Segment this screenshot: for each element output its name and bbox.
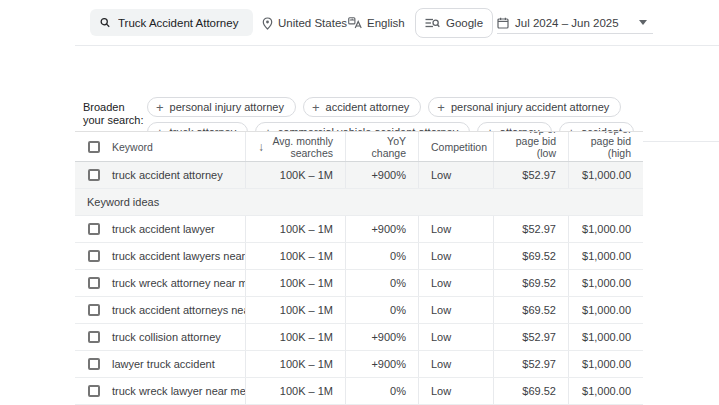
- yoy-change-cell: 0%: [345, 378, 418, 404]
- search-input[interactable]: [118, 17, 243, 29]
- bid-high-cell: $1,000.00: [568, 270, 643, 296]
- language-label: English: [367, 17, 405, 29]
- row-checkbox[interactable]: [88, 331, 100, 343]
- keyword-planner-page: United States English Google: [0, 0, 719, 405]
- bid-high-cell: $1,000.00: [568, 243, 643, 269]
- row-checkbox-cell: [75, 162, 100, 188]
- header-bid-high[interactable]: Top of page bid (high range): [568, 132, 643, 161]
- row-checkbox-cell: [75, 297, 100, 323]
- bid-low-cell: $69.52: [493, 297, 568, 323]
- location-pin-icon: [262, 17, 273, 30]
- competition-cell: Low: [418, 243, 493, 269]
- table-row[interactable]: truck accident lawyers near me100K – 1M0…: [75, 243, 643, 270]
- row-checkbox[interactable]: [88, 304, 100, 316]
- row-checkbox-cell: [75, 270, 100, 296]
- row-checkbox-cell: [75, 351, 100, 377]
- row-checkbox-cell: [75, 378, 100, 404]
- sort-desc-icon[interactable]: ↓: [258, 141, 264, 153]
- competition-cell: Low: [418, 297, 493, 323]
- avg-monthly-searches-cell: 100K – 1M: [245, 378, 345, 404]
- keyword-cell: truck wreck lawyer near me: [100, 378, 245, 404]
- table-row[interactable]: truck accident attorney100K – 1M+900%Low…: [75, 162, 643, 189]
- yoy-change-cell: 0%: [345, 270, 418, 296]
- competition-cell: Low: [418, 270, 493, 296]
- row-checkbox-cell: [75, 216, 100, 242]
- yoy-change-cell: 0%: [345, 243, 418, 269]
- avg-monthly-searches-cell: 100K – 1M: [245, 351, 345, 377]
- network-label: Google: [446, 17, 483, 29]
- keyword-cell: truck collision attorney: [100, 324, 245, 350]
- bid-high-cell: $1,000.00: [568, 351, 643, 377]
- table-row[interactable]: truck wreck lawyer near me100K – 1M0%Low…: [75, 378, 643, 405]
- avg-monthly-searches-cell: 100K – 1M: [245, 216, 345, 242]
- avg-monthly-searches-cell: 100K – 1M: [245, 270, 345, 296]
- header-avg-monthly-searches[interactable]: ↓ Avg. monthly searches: [245, 132, 345, 161]
- bid-low-cell: $69.52: [493, 243, 568, 269]
- header-yoy-change[interactable]: YoY change: [345, 132, 418, 161]
- row-checkbox[interactable]: [88, 358, 100, 370]
- header-keyword[interactable]: Keyword: [100, 132, 245, 161]
- row-checkbox[interactable]: [88, 223, 100, 235]
- bid-low-cell: $69.52: [493, 270, 568, 296]
- row-checkbox[interactable]: [88, 277, 100, 289]
- bid-low-cell: $52.97: [493, 351, 568, 377]
- avg-monthly-searches-cell: 100K – 1M: [245, 162, 345, 188]
- keyword-cell: truck wreck attorney near me: [100, 270, 245, 296]
- location-label: United States: [278, 17, 347, 29]
- keyword-cell: truck accident lawyers near me: [100, 243, 245, 269]
- row-checkbox-cell: [75, 243, 100, 269]
- bid-high-cell: $1,000.00: [568, 378, 643, 404]
- competition-cell: Low: [418, 162, 493, 188]
- avg-monthly-searches-cell: 100K – 1M: [245, 243, 345, 269]
- yoy-change-cell: +900%: [345, 216, 418, 242]
- keyword-cell: truck accident attorneys near me: [100, 297, 245, 323]
- row-checkbox[interactable]: [88, 169, 100, 181]
- header-bid-low[interactable]: Top of page bid (low range): [493, 132, 568, 161]
- competition-cell: Low: [418, 351, 493, 377]
- table-body: truck accident attorney100K – 1M+900%Low…: [75, 162, 643, 405]
- language-selector[interactable]: English: [348, 0, 405, 46]
- yoy-change-cell: +900%: [345, 324, 418, 350]
- date-range-selector[interactable]: Jul 2024 – Jun 2025: [497, 12, 653, 34]
- avg-monthly-searches-cell: 100K – 1M: [245, 297, 345, 323]
- row-checkbox[interactable]: [88, 385, 100, 397]
- filter-bar: 1 Exclude adult ideas × Add filter 405 k…: [0, 96, 719, 131]
- bid-high-cell: $1,000.00: [568, 162, 643, 188]
- keyword-ideas-section-label: Keyword ideas: [75, 189, 643, 216]
- calendar-icon: [497, 17, 509, 29]
- chevron-down-icon: [639, 20, 647, 25]
- row-checkbox[interactable]: [88, 250, 100, 262]
- search-networks-icon: [425, 17, 440, 29]
- bid-high-cell: $1,000.00: [568, 297, 643, 323]
- header-competition[interactable]: Competition: [418, 132, 493, 161]
- competition-cell: Low: [418, 324, 493, 350]
- location-selector[interactable]: United States: [262, 0, 347, 46]
- table-row[interactable]: truck accident lawyer100K – 1M+900%Low$5…: [75, 216, 643, 243]
- yoy-change-cell: +900%: [345, 162, 418, 188]
- table-row[interactable]: lawyer truck accident100K – 1M+900%Low$5…: [75, 351, 643, 378]
- avg-monthly-searches-cell: 100K – 1M: [245, 324, 345, 350]
- network-selector[interactable]: Google: [415, 8, 493, 38]
- bid-low-cell: $52.97: [493, 162, 568, 188]
- bid-high-cell: $1,000.00: [568, 324, 643, 350]
- bid-low-cell: $52.97: [493, 216, 568, 242]
- yoy-change-cell: +900%: [345, 351, 418, 377]
- keyword-search-box[interactable]: [90, 9, 253, 36]
- search-icon: [100, 16, 110, 29]
- table-row[interactable]: truck wreck attorney near me100K – 1M0%L…: [75, 270, 643, 297]
- topbar: United States English Google: [0, 0, 719, 46]
- bid-low-cell: $52.97: [493, 324, 568, 350]
- competition-cell: Low: [418, 378, 493, 404]
- row-checkbox-cell: [75, 324, 100, 350]
- keyword-cell: truck accident lawyer: [100, 216, 245, 242]
- broaden-search-section: Broaden your search: +personal injury at…: [0, 46, 719, 96]
- select-all-checkbox[interactable]: [88, 141, 100, 153]
- date-range-label: Jul 2024 – Jun 2025: [515, 17, 619, 29]
- table-header-row: Keyword ↓ Avg. monthly searches YoY chan…: [75, 131, 643, 162]
- keyword-cell: truck accident attorney: [100, 162, 245, 188]
- bid-low-cell: $69.52: [493, 378, 568, 404]
- translate-icon: [348, 17, 362, 29]
- table-row[interactable]: truck accident attorneys near me100K – 1…: [75, 297, 643, 324]
- keyword-table: Keyword ↓ Avg. monthly searches YoY chan…: [75, 131, 643, 405]
- table-row[interactable]: truck collision attorney100K – 1M+900%Lo…: [75, 324, 643, 351]
